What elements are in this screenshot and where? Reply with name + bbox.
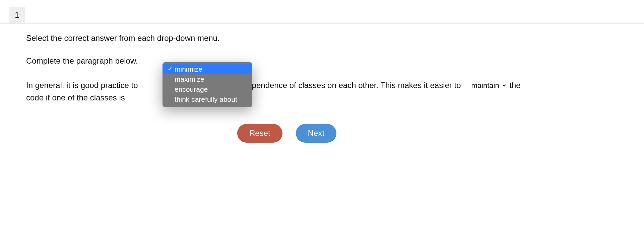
- dropdown-1-option-encourage[interactable]: ✓ encourage: [163, 84, 252, 94]
- action-buttons: Reset Next: [26, 124, 525, 143]
- fill-in-paragraph: In general, it is good practice to the d…: [26, 79, 525, 104]
- dropdown-1-open-menu[interactable]: ✓ minimize ✓ maximize ✓ encourage ✓ thin…: [163, 62, 252, 107]
- instruction-text: Select the correct answer from each drop…: [26, 33, 525, 43]
- dropdown-1-option-maximize[interactable]: ✓ maximize: [163, 74, 252, 84]
- next-button[interactable]: Next: [296, 124, 336, 143]
- check-icon: ✓: [166, 65, 174, 74]
- dropdown-1-option-label: minimize: [174, 64, 202, 75]
- dropdown-1-option-label: maximize: [174, 74, 204, 85]
- paragraph-segment-2: the dependence of classes on each other.…: [230, 81, 461, 90]
- paragraph-segment-1: In general, it is good practice to: [26, 81, 138, 90]
- question-content: Select the correct answer from each drop…: [3, 0, 539, 143]
- question-page: 1 Select the correct answer from each dr…: [0, 0, 644, 229]
- dropdown-1-option-label: encourage: [174, 84, 208, 95]
- sub-instruction-text: Complete the paragraph below.: [26, 56, 525, 66]
- reset-button[interactable]: Reset: [237, 124, 282, 143]
- dropdown-1-option-minimize[interactable]: ✓ minimize: [163, 64, 252, 74]
- dropdown-1-option-label: think carefully about: [174, 94, 237, 105]
- dropdown-2[interactable]: maintain: [468, 80, 507, 91]
- dropdown-1-option-think-carefully-about[interactable]: ✓ think carefully about: [163, 94, 252, 104]
